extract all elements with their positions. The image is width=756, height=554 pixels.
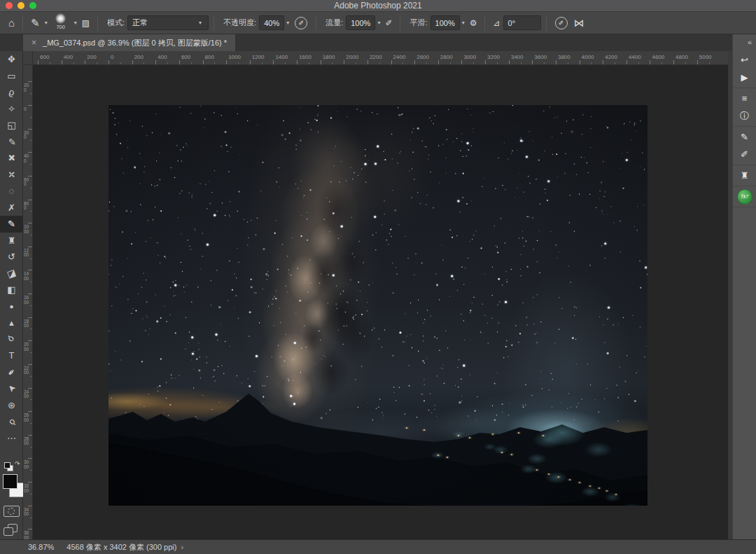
ruler-tick — [28, 105, 32, 106]
dodge-tool-icon: ϙ — [6, 333, 18, 345]
chevron-down-icon[interactable]: ▾ — [74, 20, 77, 26]
patch-tool[interactable]: ◌ — [0, 183, 23, 200]
eraser-tool-icon: ◪ — [6, 267, 18, 279]
move-tool[interactable]: ✥ — [0, 51, 23, 68]
home-icon[interactable]: ⌂ — [8, 17, 15, 29]
document-tab[interactable]: × _MG_0374.psd @ 36.9% (图层 0 拷贝, 图层蒙版/16… — [23, 34, 235, 51]
pen-tool[interactable]: ✒ — [0, 364, 23, 381]
ruler-tick-minor — [30, 235, 32, 235]
brush-preset-picker[interactable]: 700 — [51, 13, 71, 33]
gradient-tool[interactable]: ◧ — [0, 282, 23, 298]
ruler-label: 2800 — [440, 54, 453, 60]
crop-tool[interactable]: ◱ — [0, 117, 23, 134]
ruler-tick-minor — [615, 62, 615, 64]
brush-angle-input[interactable]: 0° — [503, 15, 541, 30]
chevron-down-icon[interactable]: ▾ — [377, 20, 380, 26]
default-colors-icon[interactable] — [4, 462, 10, 469]
ruler-tick-minor — [30, 518, 32, 518]
ruler-tick — [28, 364, 32, 365]
eraser-tool[interactable]: ◪ — [0, 265, 23, 282]
lasso-tool[interactable]: ϱ — [0, 84, 23, 101]
tab-close-icon[interactable]: × — [31, 38, 36, 48]
history-brush-tool[interactable]: ↺ — [0, 249, 23, 265]
zoom-tool[interactable]: ϙ — [0, 413, 23, 430]
ruler-tick — [673, 60, 674, 64]
actions-panel-button[interactable]: ▶ — [733, 69, 756, 86]
brush-tool-icon: ✎ — [8, 219, 15, 229]
ruler-tick-minor — [426, 62, 427, 64]
ruler-label: 1800 — [323, 54, 335, 60]
toggle-brush-settings-panel-icon[interactable]: ▨ — [82, 18, 90, 28]
ruler-tick-minor — [30, 352, 32, 353]
path-selection-tool[interactable]: ➤ — [0, 380, 23, 397]
info-panel-button[interactable]: ⓘ — [733, 107, 756, 125]
ruler-label: 2200 — [370, 54, 382, 60]
ruler-label: 600 — [40, 54, 49, 60]
clone-source-panel-button[interactable]: ♜ — [733, 167, 756, 184]
chevron-down-icon[interactable]: ▾ — [286, 20, 289, 26]
ruler-tick-minor — [662, 62, 662, 64]
ruler-tick-minor — [167, 62, 168, 64]
opacity-input[interactable]: 40% — [259, 15, 284, 30]
brush-settings-panel-button[interactable]: ✎ — [733, 128, 756, 146]
tk7-panel-button[interactable]: Tk7 — [733, 188, 756, 205]
ruler-tick — [28, 506, 32, 506]
brushes-panel-button[interactable]: ✐ — [733, 146, 756, 163]
clone-stamp-tool-icon: ♜ — [8, 235, 16, 246]
airbrush-icon[interactable]: ✐ — [385, 18, 392, 28]
horizontal-ruler[interactable]: 6004002000200400600800100012001400160018… — [33, 51, 728, 65]
chevron-down-icon[interactable]: ▾ — [462, 20, 465, 26]
chevron-down-icon[interactable]: ▾ — [45, 20, 48, 26]
content-aware-move-tool[interactable]: ✗ — [0, 200, 23, 216]
tool-preset-brush-icon[interactable]: ✎ — [31, 17, 40, 29]
smoothing-options-gear-icon[interactable]: ⚙ — [470, 18, 477, 28]
status-bar: 36.87% 4568 像素 x 3402 像素 (300 ppi) › — [0, 539, 756, 554]
swap-colors-icon[interactable]: ↷ — [15, 460, 20, 467]
blur-tool[interactable]: ● — [0, 298, 23, 315]
ruler-corner[interactable] — [23, 51, 33, 65]
ruler-label: 200 — [87, 54, 96, 60]
ruler-tick — [28, 223, 32, 223]
magic-wand-tool[interactable]: ✧ — [0, 101, 23, 118]
smoothing-input[interactable]: 100% — [430, 15, 460, 30]
paint-symmetry-icon[interactable]: ⋈ — [574, 17, 584, 29]
zoom-level-field[interactable]: 36.87% — [28, 543, 54, 551]
dodge-tool[interactable]: ϙ — [0, 331, 23, 348]
healing-brush-tool[interactable]: ✛ — [0, 167, 23, 183]
foreground-color-swatch[interactable] — [3, 474, 18, 489]
ruler-tick-minor — [30, 494, 32, 494]
rectangular-marquee-tool[interactable]: ▭ — [0, 68, 23, 85]
chevron-down-icon: ▾ — [199, 20, 202, 26]
collapse-dock-chevron[interactable]: « — [733, 34, 756, 50]
ruler-tick-minor — [30, 188, 32, 188]
dock-group: Tk7 — [733, 186, 756, 207]
ruler-tick-minor — [638, 62, 639, 64]
ruler-tick-minor — [285, 62, 286, 64]
edit-toolbar-ellipsis[interactable]: ⋯ — [0, 430, 23, 447]
pressure-size-icon[interactable]: ✐ — [555, 17, 568, 29]
quick-mask-mode-button[interactable] — [4, 506, 20, 517]
history-panel-button[interactable]: ↩ — [733, 51, 756, 69]
pressure-opacity-icon[interactable]: ✐ — [295, 17, 307, 29]
spot-healing-brush-tool[interactable]: ✚ — [0, 150, 23, 167]
canvas-image[interactable] — [108, 105, 648, 506]
ruler-tick-minor — [30, 258, 32, 259]
type-tool[interactable]: T — [0, 347, 23, 364]
flow-input[interactable]: 100% — [346, 15, 375, 30]
ruler-label: 200 — [134, 54, 144, 60]
brush-tool[interactable]: ✎ — [0, 216, 23, 233]
clone-stamp-tool[interactable]: ♜ — [0, 233, 23, 249]
blend-mode-select[interactable]: 正常 ▾ — [127, 15, 209, 30]
options-bar: ⌂ ✎ ▾ 700 ▾ ▨ 模式: 正常 ▾ 不透明度: 40% ▾ ✐ 流量:… — [0, 12, 756, 34]
status-options-chevron-icon[interactable]: › — [181, 543, 183, 551]
properties-panel-button[interactable]: ≡ — [733, 90, 756, 107]
vertical-ruler[interactable]: 2000200400600800100012001400160018002000… — [23, 65, 33, 539]
screen-mode-button[interactable] — [4, 524, 19, 536]
titlebar: Adobe Photoshop 2021 — [0, 0, 756, 12]
ruler-label: 2000 — [346, 54, 358, 60]
sharpen-tool[interactable]: ▲ — [0, 314, 23, 331]
ruler-tick — [28, 293, 32, 294]
eyedropper-tool[interactable]: ✐ — [0, 134, 23, 151]
rotate-view-tool[interactable]: ⊛ — [0, 397, 23, 414]
ruler-tick-minor — [50, 62, 50, 64]
